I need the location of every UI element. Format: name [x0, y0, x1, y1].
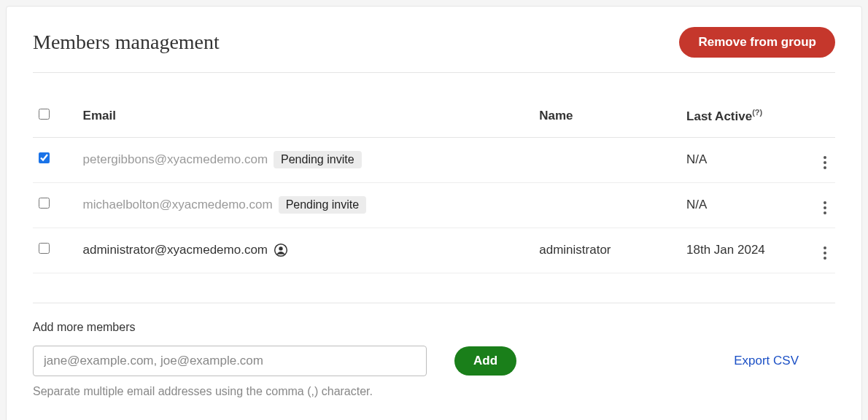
header-row: Members management Remove from group: [33, 27, 835, 58]
member-last-active: N/A: [681, 182, 806, 228]
add-members-label: Add more members: [33, 321, 835, 334]
column-header-name: Name: [533, 99, 681, 137]
row-menu-icon[interactable]: [821, 198, 829, 217]
pending-invite-badge: Pending invite: [279, 196, 367, 214]
last-active-help-icon[interactable]: (?): [752, 108, 762, 117]
member-name: [533, 182, 681, 228]
add-members-input[interactable]: [33, 346, 427, 376]
row-menu-icon[interactable]: [821, 244, 829, 262]
column-header-email: Email: [77, 99, 534, 137]
member-email: administrator@xyacmedemo.com: [83, 243, 268, 257]
column-header-last-active: Last Active(?): [681, 99, 806, 137]
owner-icon: [274, 243, 288, 257]
table-row: administrator@xyacmedemo.comadministrato…: [33, 228, 835, 273]
section-divider: [33, 303, 835, 303]
members-tbody: petergibbons@xyacmedemo.comPending invit…: [33, 137, 835, 273]
row-checkbox[interactable]: [39, 198, 50, 209]
pending-invite-badge: Pending invite: [274, 151, 362, 168]
row-menu-icon[interactable]: [821, 153, 829, 172]
member-last-active: 18th Jan 2024: [681, 228, 806, 273]
select-all-checkbox[interactable]: [39, 109, 50, 120]
row-checkbox[interactable]: [39, 243, 50, 254]
add-members-hint: Separate multiple email addresses using …: [33, 385, 835, 398]
add-button[interactable]: Add: [454, 346, 516, 376]
page-title: Members management: [33, 31, 220, 54]
header-divider: [33, 72, 835, 73]
member-email: michaelbolton@xyacmedemo.com: [83, 198, 273, 212]
member-name: administrator: [533, 228, 681, 273]
member-last-active: N/A: [681, 137, 806, 182]
export-csv-link[interactable]: Export CSV: [734, 354, 799, 368]
member-email: petergibbons@xyacmedemo.com: [83, 152, 268, 167]
members-panel: Members management Remove from group Ema…: [6, 6, 862, 420]
member-name: [533, 137, 681, 182]
add-members-row: Add Export CSV: [33, 346, 835, 376]
members-table: Email Name Last Active(?) petergibbons@x…: [33, 99, 835, 273]
table-row: petergibbons@xyacmedemo.comPending invit…: [33, 137, 835, 182]
svg-point-1: [279, 246, 282, 250]
row-checkbox[interactable]: [39, 152, 50, 163]
table-row: michaelbolton@xyacmedemo.comPending invi…: [33, 182, 835, 228]
remove-from-group-button[interactable]: Remove from group: [679, 27, 835, 58]
